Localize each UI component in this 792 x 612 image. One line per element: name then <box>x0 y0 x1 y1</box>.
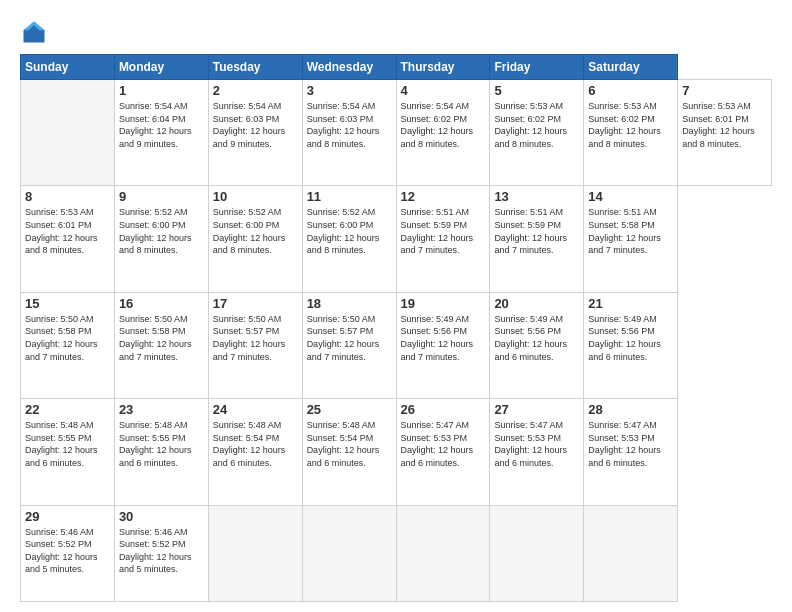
day-cell-4: 4Sunrise: 5:54 AMSunset: 6:02 PMDaylight… <box>396 80 490 186</box>
day-cell-29: 29Sunrise: 5:46 AMSunset: 5:52 PMDayligh… <box>21 505 115 602</box>
weekday-sunday: Sunday <box>21 55 115 80</box>
day-info: Sunrise: 5:50 AMSunset: 5:57 PMDaylight:… <box>307 313 392 363</box>
day-info: Sunrise: 5:47 AMSunset: 5:53 PMDaylight:… <box>494 419 579 469</box>
day-cell-28: 28Sunrise: 5:47 AMSunset: 5:53 PMDayligh… <box>584 399 678 505</box>
day-number: 23 <box>119 402 204 417</box>
day-number: 9 <box>119 189 204 204</box>
week-row-2: 15Sunrise: 5:50 AMSunset: 5:58 PMDayligh… <box>21 292 772 398</box>
day-info: Sunrise: 5:47 AMSunset: 5:53 PMDaylight:… <box>588 419 673 469</box>
day-info: Sunrise: 5:51 AMSunset: 5:59 PMDaylight:… <box>494 206 579 256</box>
day-info: Sunrise: 5:50 AMSunset: 5:58 PMDaylight:… <box>25 313 110 363</box>
day-number: 26 <box>401 402 486 417</box>
empty-cell <box>21 80 115 186</box>
weekday-monday: Monday <box>114 55 208 80</box>
day-cell-8: 8Sunrise: 5:53 AMSunset: 6:01 PMDaylight… <box>21 186 115 292</box>
empty-cell <box>490 505 584 602</box>
day-cell-18: 18Sunrise: 5:50 AMSunset: 5:57 PMDayligh… <box>302 292 396 398</box>
empty-cell <box>208 505 302 602</box>
day-info: Sunrise: 5:53 AMSunset: 6:01 PMDaylight:… <box>25 206 110 256</box>
day-info: Sunrise: 5:51 AMSunset: 5:59 PMDaylight:… <box>401 206 486 256</box>
day-number: 21 <box>588 296 673 311</box>
header <box>20 18 772 46</box>
weekday-friday: Friday <box>490 55 584 80</box>
day-number: 3 <box>307 83 392 98</box>
day-info: Sunrise: 5:49 AMSunset: 5:56 PMDaylight:… <box>401 313 486 363</box>
calendar-header: SundayMondayTuesdayWednesdayThursdayFrid… <box>21 55 772 80</box>
week-row-4: 29Sunrise: 5:46 AMSunset: 5:52 PMDayligh… <box>21 505 772 602</box>
weekday-row: SundayMondayTuesdayWednesdayThursdayFrid… <box>21 55 772 80</box>
day-info: Sunrise: 5:51 AMSunset: 5:58 PMDaylight:… <box>588 206 673 256</box>
day-info: Sunrise: 5:50 AMSunset: 5:57 PMDaylight:… <box>213 313 298 363</box>
weekday-wednesday: Wednesday <box>302 55 396 80</box>
day-cell-11: 11Sunrise: 5:52 AMSunset: 6:00 PMDayligh… <box>302 186 396 292</box>
day-number: 25 <box>307 402 392 417</box>
empty-cell <box>584 505 678 602</box>
day-cell-7: 7Sunrise: 5:53 AMSunset: 6:01 PMDaylight… <box>678 80 772 186</box>
day-info: Sunrise: 5:54 AMSunset: 6:04 PMDaylight:… <box>119 100 204 150</box>
day-info: Sunrise: 5:52 AMSunset: 6:00 PMDaylight:… <box>307 206 392 256</box>
day-cell-9: 9Sunrise: 5:52 AMSunset: 6:00 PMDaylight… <box>114 186 208 292</box>
day-info: Sunrise: 5:49 AMSunset: 5:56 PMDaylight:… <box>588 313 673 363</box>
day-info: Sunrise: 5:48 AMSunset: 5:54 PMDaylight:… <box>307 419 392 469</box>
day-cell-5: 5Sunrise: 5:53 AMSunset: 6:02 PMDaylight… <box>490 80 584 186</box>
day-info: Sunrise: 5:53 AMSunset: 6:01 PMDaylight:… <box>682 100 767 150</box>
day-cell-3: 3Sunrise: 5:54 AMSunset: 6:03 PMDaylight… <box>302 80 396 186</box>
day-cell-2: 2Sunrise: 5:54 AMSunset: 6:03 PMDaylight… <box>208 80 302 186</box>
day-info: Sunrise: 5:46 AMSunset: 5:52 PMDaylight:… <box>119 526 204 576</box>
weekday-thursday: Thursday <box>396 55 490 80</box>
calendar: SundayMondayTuesdayWednesdayThursdayFrid… <box>20 54 772 602</box>
day-cell-27: 27Sunrise: 5:47 AMSunset: 5:53 PMDayligh… <box>490 399 584 505</box>
day-info: Sunrise: 5:48 AMSunset: 5:54 PMDaylight:… <box>213 419 298 469</box>
week-row-1: 8Sunrise: 5:53 AMSunset: 6:01 PMDaylight… <box>21 186 772 292</box>
day-cell-22: 22Sunrise: 5:48 AMSunset: 5:55 PMDayligh… <box>21 399 115 505</box>
day-number: 12 <box>401 189 486 204</box>
day-info: Sunrise: 5:48 AMSunset: 5:55 PMDaylight:… <box>119 419 204 469</box>
calendar-body: 1Sunrise: 5:54 AMSunset: 6:04 PMDaylight… <box>21 80 772 602</box>
day-number: 2 <box>213 83 298 98</box>
day-info: Sunrise: 5:50 AMSunset: 5:58 PMDaylight:… <box>119 313 204 363</box>
day-number: 4 <box>401 83 486 98</box>
day-number: 7 <box>682 83 767 98</box>
day-cell-1: 1Sunrise: 5:54 AMSunset: 6:04 PMDaylight… <box>114 80 208 186</box>
day-info: Sunrise: 5:54 AMSunset: 6:03 PMDaylight:… <box>307 100 392 150</box>
day-info: Sunrise: 5:52 AMSunset: 6:00 PMDaylight:… <box>213 206 298 256</box>
page: SundayMondayTuesdayWednesdayThursdayFrid… <box>0 0 792 612</box>
day-info: Sunrise: 5:48 AMSunset: 5:55 PMDaylight:… <box>25 419 110 469</box>
day-number: 8 <box>25 189 110 204</box>
weekday-tuesday: Tuesday <box>208 55 302 80</box>
logo-icon <box>20 18 48 46</box>
logo <box>20 18 52 46</box>
day-cell-15: 15Sunrise: 5:50 AMSunset: 5:58 PMDayligh… <box>21 292 115 398</box>
day-number: 19 <box>401 296 486 311</box>
day-cell-16: 16Sunrise: 5:50 AMSunset: 5:58 PMDayligh… <box>114 292 208 398</box>
day-number: 1 <box>119 83 204 98</box>
day-cell-21: 21Sunrise: 5:49 AMSunset: 5:56 PMDayligh… <box>584 292 678 398</box>
day-number: 18 <box>307 296 392 311</box>
day-number: 16 <box>119 296 204 311</box>
day-cell-6: 6Sunrise: 5:53 AMSunset: 6:02 PMDaylight… <box>584 80 678 186</box>
day-cell-23: 23Sunrise: 5:48 AMSunset: 5:55 PMDayligh… <box>114 399 208 505</box>
day-number: 10 <box>213 189 298 204</box>
day-cell-13: 13Sunrise: 5:51 AMSunset: 5:59 PMDayligh… <box>490 186 584 292</box>
day-cell-26: 26Sunrise: 5:47 AMSunset: 5:53 PMDayligh… <box>396 399 490 505</box>
weekday-saturday: Saturday <box>584 55 678 80</box>
day-info: Sunrise: 5:54 AMSunset: 6:03 PMDaylight:… <box>213 100 298 150</box>
day-number: 24 <box>213 402 298 417</box>
day-cell-30: 30Sunrise: 5:46 AMSunset: 5:52 PMDayligh… <box>114 505 208 602</box>
day-cell-19: 19Sunrise: 5:49 AMSunset: 5:56 PMDayligh… <box>396 292 490 398</box>
day-number: 14 <box>588 189 673 204</box>
day-number: 29 <box>25 509 110 524</box>
day-cell-10: 10Sunrise: 5:52 AMSunset: 6:00 PMDayligh… <box>208 186 302 292</box>
day-number: 5 <box>494 83 579 98</box>
day-number: 20 <box>494 296 579 311</box>
day-number: 30 <box>119 509 204 524</box>
day-number: 6 <box>588 83 673 98</box>
day-cell-25: 25Sunrise: 5:48 AMSunset: 5:54 PMDayligh… <box>302 399 396 505</box>
week-row-3: 22Sunrise: 5:48 AMSunset: 5:55 PMDayligh… <box>21 399 772 505</box>
day-number: 15 <box>25 296 110 311</box>
day-number: 11 <box>307 189 392 204</box>
day-info: Sunrise: 5:46 AMSunset: 5:52 PMDaylight:… <box>25 526 110 576</box>
day-number: 17 <box>213 296 298 311</box>
day-number: 28 <box>588 402 673 417</box>
day-info: Sunrise: 5:53 AMSunset: 6:02 PMDaylight:… <box>494 100 579 150</box>
